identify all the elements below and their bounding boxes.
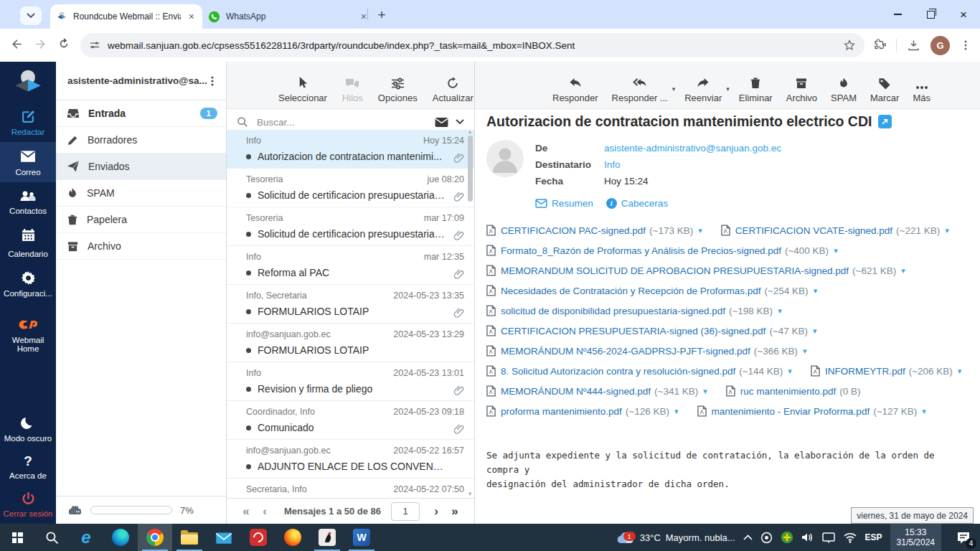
taskbar-chrome-button[interactable] — [138, 524, 172, 551]
scroll-up-icon[interactable]: ▲ — [467, 130, 473, 135]
volume-icon[interactable] — [801, 532, 814, 543]
page-number-input[interactable] — [391, 502, 420, 521]
refresh-button[interactable]: Actualizar — [433, 75, 473, 103]
message-row[interactable]: Info Hoy 15:24 Autorizacion de contratac… — [227, 130, 474, 169]
reply-all-menu-caret[interactable]: ▾ — [672, 85, 676, 93]
search-options-chevron-icon[interactable] — [456, 119, 464, 125]
address-bar[interactable]: webmail.sanjuan.gob.ec/cpsess5516228116/… — [80, 33, 864, 57]
taskbar-mail-button[interactable] — [207, 524, 241, 551]
attachment-menu-caret-icon[interactable] — [945, 226, 949, 235]
attachment-item[interactable]: proforma mantenimiento.pdf (~126 KB) — [486, 405, 679, 417]
bookmark-star-icon[interactable] — [843, 39, 856, 52]
attachment-menu-caret-icon[interactable] — [778, 306, 782, 316]
message-row[interactable]: Info mar 12:35 Reforma al PAC — [227, 246, 474, 285]
threads-button[interactable]: Hilos — [342, 75, 363, 103]
minimize-button[interactable] — [881, 0, 914, 29]
next-page-button[interactable]: › — [427, 504, 446, 519]
tab-whatsapp[interactable]: WhatsApp × — [202, 4, 374, 29]
folder-drafts[interactable]: Borradores — [56, 127, 226, 154]
taskbar-ie-button[interactable]: e — [69, 524, 103, 551]
folder-spam[interactable]: SPAM — [56, 180, 226, 207]
back-button[interactable] — [10, 37, 24, 54]
spam-button[interactable]: SPAM — [831, 75, 857, 103]
attachment-item[interactable]: Necesidades de Contratación y Recepción … — [486, 285, 817, 296]
taskbar-acrobat-button[interactable] — [241, 524, 275, 551]
message-row[interactable]: Coordinador, Info 2024-05-23 09:18 Comun… — [227, 401, 474, 440]
close-button[interactable]: × — [947, 0, 980, 29]
attachment-item[interactable]: Formato_8_Razón de Proformas y Análisis … — [486, 245, 838, 256]
extensions-icon[interactable] — [873, 39, 886, 52]
from-address-link[interactable]: asistente-administrativo@sanjuan.gob.ec — [604, 140, 781, 156]
attachment-menu-caret-icon[interactable] — [814, 286, 818, 296]
forward-menu-caret[interactable]: ▾ — [726, 85, 730, 93]
record-tray-icon[interactable] — [760, 532, 773, 544]
attachment-item[interactable]: mantenimiento - Enviar Proforma.pdf (~12… — [697, 405, 926, 417]
message-row[interactable]: Info 2024-05-23 13:01 Revision y firma d… — [227, 362, 474, 401]
antivirus-tray-icon[interactable] — [781, 531, 793, 544]
attachment-menu-caret-icon[interactable] — [803, 347, 807, 356]
wifi-icon[interactable] — [843, 532, 857, 543]
folder-options-icon[interactable] — [207, 75, 217, 87]
archive-button[interactable]: Archivo — [786, 75, 817, 103]
reload-button[interactable] — [57, 37, 70, 53]
attachment-menu-caret-icon[interactable] — [703, 387, 707, 396]
forward-button[interactable] — [34, 37, 47, 54]
attachment-menu-caret-icon[interactable] — [674, 407, 679, 416]
folder-sent[interactable]: Enviados — [56, 154, 226, 180]
attachment-item[interactable]: MEMORANDUM SOLICITUD DE APROBACION PRESU… — [486, 265, 905, 276]
attachment-menu-caret-icon[interactable] — [834, 246, 838, 255]
attachment-item[interactable]: MEMORÁNDUM Nº456-2024-GADPRSJ-PJFT-signe… — [486, 345, 806, 357]
taskbar-edge-button[interactable] — [103, 524, 138, 551]
attachment-item[interactable]: ruc mantenimiento.pdf (0 B) — [726, 385, 861, 397]
tray-expand-chevron-icon[interactable] — [743, 534, 753, 540]
options-button[interactable]: Opciones — [378, 75, 418, 103]
attachment-item[interactable]: INFORMEYTR.pdf (~206 KB) — [811, 365, 961, 377]
attachment-menu-caret-icon[interactable] — [922, 407, 926, 416]
start-button[interactable] — [0, 524, 34, 551]
sidebar-item-settings[interactable]: Configuraci... — [0, 264, 56, 303]
attachment-menu-caret-icon[interactable] — [958, 367, 962, 376]
taskbar-clock[interactable]: 15:33 31/5/2024 — [890, 524, 941, 551]
last-page-button[interactable]: » — [446, 504, 464, 519]
sidebar-item-mail[interactable]: Correo — [0, 142, 56, 182]
sidebar-item-compose[interactable]: Redactar — [0, 103, 56, 142]
action-center-button[interactable]: 4 — [949, 524, 978, 551]
sidebar-item-about[interactable]: ? Acerca de — [0, 448, 56, 486]
first-page-button[interactable]: « — [237, 504, 255, 519]
taskbar-word-button[interactable]: W — [344, 524, 379, 551]
message-row[interactable]: info@sanjuan.gob.ec 2024-05-23 13:29 FOR… — [227, 324, 474, 362]
profile-avatar[interactable]: G — [930, 36, 950, 55]
tab-search-button[interactable] — [20, 6, 42, 25]
sidebar-item-calendar[interactable]: Calendario — [0, 221, 56, 264]
weather-widget[interactable]: 1 33°C Mayorm. nubla... — [613, 530, 735, 545]
attachment-item[interactable]: 8. Solicitud Autorización contra y resol… — [486, 365, 792, 377]
headers-link[interactable]: i Cabeceras — [606, 195, 668, 212]
summary-link[interactable]: Resumen — [535, 195, 593, 212]
sidebar-item-dark-mode[interactable]: Modo oscuro — [0, 410, 56, 448]
message-row[interactable]: Info, Secretaria 2024-05-23 13:35 FORMUL… — [227, 285, 474, 324]
attachment-item[interactable]: CERTIFICACION PAC-signed.pdf (~173 KB) — [486, 225, 702, 236]
downloads-icon[interactable] — [907, 39, 920, 52]
attachment-item[interactable]: CERTIFICACION PRESUPUESTARIA-signed (36)… — [486, 325, 817, 336]
more-button[interactable]: Más — [913, 75, 930, 103]
new-tab-button[interactable]: + — [373, 7, 390, 23]
scroll-down-icon[interactable]: ▼ — [467, 491, 473, 497]
taskbar-java-app-button[interactable] — [310, 524, 344, 551]
message-row[interactable]: Tesoreria jue 08:20 Solicitud de certifi… — [227, 169, 474, 207]
taskbar-firefox-button[interactable] — [275, 524, 310, 551]
search-input[interactable] — [255, 116, 428, 128]
reply-button[interactable]: Responder — [552, 75, 598, 103]
attachment-menu-caret-icon[interactable] — [813, 326, 817, 336]
restore-button[interactable] — [914, 0, 947, 29]
sidebar-item-logout[interactable]: Cerrar sesión — [0, 486, 56, 524]
attachment-item[interactable]: CERTIFICACION VCATE-signed.pdf (~221 KB) — [721, 225, 949, 236]
keyboard-language[interactable]: ESP — [865, 532, 882, 542]
folder-archive[interactable]: Archivo — [56, 233, 226, 260]
delete-button[interactable]: Eliminar — [739, 75, 773, 103]
attachment-menu-caret-icon[interactable] — [788, 367, 792, 376]
prev-page-button[interactable]: ‹ — [255, 504, 274, 519]
account-header[interactable]: asistente-administrativo@sa... — [56, 62, 226, 100]
reply-all-button[interactable]: Responder ... — [612, 75, 668, 103]
attachment-item[interactable]: solicitud de disponibilidad presupuestar… — [486, 305, 782, 316]
sidebar-item-contacts[interactable]: Contactos — [0, 182, 56, 221]
